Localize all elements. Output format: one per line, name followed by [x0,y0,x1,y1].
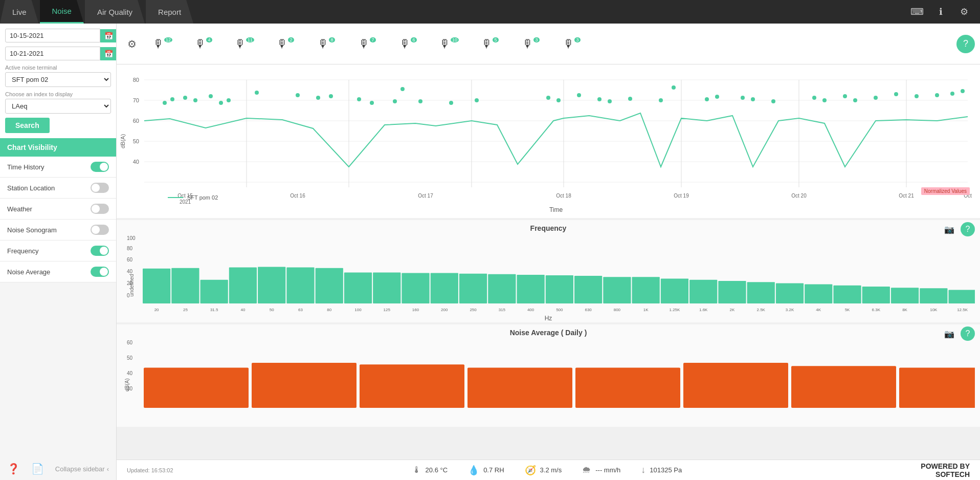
normalized-badge: Normalized Values [921,187,970,195]
svg-point-49 [771,99,775,103]
sidebar-help-icon[interactable]: ❓ [7,463,20,475]
tab-airquality[interactable]: Air Quality [85,0,145,24]
station-row: ⚙ 🎙12 🎙4 🎙11 🎙2 [117,24,980,64]
tab-noise[interactable]: Noise [40,0,84,24]
svg-rect-70 [143,269,170,303]
search-button[interactable]: Search [5,118,50,133]
station-help-button[interactable]: ? [956,35,975,53]
settings-icon[interactable]: ⚙ [956,4,972,19]
station-item-12[interactable]: 🎙12 [142,35,183,53]
keyboard-icon[interactable]: ⌨ [909,4,925,19]
station-item-3b[interactable]: 🎙3 [551,35,592,53]
svg-text:2K: 2K [730,308,735,312]
terminal-select[interactable]: SFT pom 02 [5,72,111,87]
svg-rect-106 [661,279,688,303]
tab-report[interactable]: Report [146,0,193,24]
freq-help-icon[interactable]: ? [961,222,975,236]
station-item-3a[interactable]: 🎙3 [510,35,551,53]
svg-rect-118 [833,286,861,303]
freq-y-80: 80 [127,246,132,251]
toggle-station-location[interactable] [91,183,109,193]
svg-text:12.5K: 12.5K [957,308,968,312]
svg-rect-96 [517,275,544,303]
frequency-title: Frequency [117,220,980,234]
index-select[interactable]: LAeq [5,99,111,114]
noise-avg-icons-row: 📷 ? [942,326,975,341]
svg-text:50: 50 [133,138,139,144]
toggle-weather[interactable] [91,204,109,214]
svg-rect-137 [899,367,975,408]
tab-live[interactable]: Live [0,0,39,24]
svg-point-38 [556,98,561,102]
toggle-noise-sonogram[interactable] [91,225,109,235]
svg-rect-132 [360,364,464,408]
svg-rect-120 [862,287,890,303]
date-start-row: 📅 [5,29,111,42]
collapse-sidebar-button[interactable]: Collapse sidebar ‹ [55,465,109,473]
svg-point-50 [812,96,816,100]
svg-rect-130 [144,367,249,408]
svg-point-57 [935,93,939,97]
noise-avg-camera-icon[interactable]: 📷 [942,326,956,341]
station-item-10[interactable]: 🎙10 [429,35,470,53]
station-item-4[interactable]: 🎙4 [183,35,224,53]
svg-rect-134 [575,367,680,408]
svg-text:200: 200 [441,308,448,312]
svg-rect-84 [344,273,372,304]
svg-text:8K: 8K [902,308,907,312]
svg-point-43 [659,98,663,102]
pdf-icon[interactable]: 📄 [31,463,44,475]
svg-text:80: 80 [327,308,331,312]
svg-text:80: 80 [133,77,139,83]
svg-point-56 [915,94,919,98]
svg-text:6.3K: 6.3K [872,308,881,312]
toggle-frequency[interactable] [91,246,109,256]
microphone-icon-4: 🎙4 [195,37,212,51]
noise-avg-help-icon[interactable]: ? [961,326,975,341]
toggle-row-time-history: Time History [0,157,116,178]
toggle-noise-average[interactable] [91,267,109,277]
noise-avg-y-40: 40 [127,370,132,376]
info-icon[interactable]: ℹ [933,4,948,19]
svg-point-35 [449,101,453,105]
pressure-icon: ↓ [641,465,645,475]
toggle-label-noise-average: Noise Average [7,268,50,276]
toggle-row-station-location: Station Location [0,178,116,199]
date-start-picker[interactable]: 📅 [100,29,117,42]
svg-point-59 [961,89,965,93]
station-settings-icon[interactable]: ⚙ [122,34,142,54]
svg-text:40: 40 [133,159,139,165]
svg-point-29 [329,94,333,98]
station-item-7[interactable]: 🎙7 [347,35,388,53]
humidity-item: 💧 0.7 RH [468,465,504,476]
toggle-label-weather: Weather [7,205,32,213]
date-start-input[interactable] [5,29,100,42]
station-item-6[interactable]: 🎙6 [388,35,429,53]
svg-point-26 [255,91,259,95]
temperature-value: 20.6 °C [426,466,448,474]
svg-rect-74 [201,280,228,303]
date-end-picker[interactable]: 📅 [100,47,117,60]
toggle-time-history[interactable] [91,162,109,172]
powered-by-label: POWERED BY [921,462,970,470]
noise-avg-y-50: 50 [127,355,132,361]
svg-text:1.6K: 1.6K [699,308,708,312]
svg-rect-131 [252,363,357,408]
time-history-chart: 80 70 60 50 40 dB(A) [117,64,980,218]
station-item-5[interactable]: 🎙5 [470,35,510,53]
svg-rect-98 [546,275,573,303]
noise-avg-title: Noise Average ( Daily ) [117,324,980,339]
svg-rect-116 [805,285,832,303]
station-item-2[interactable]: 🎙2 [265,35,306,53]
svg-rect-108 [689,280,717,303]
svg-rect-86 [373,273,400,304]
station-item-11[interactable]: 🎙11 [224,35,265,53]
date-end-input[interactable] [5,47,100,60]
svg-point-47 [741,96,745,100]
updated-text: Updated: 16:53:02 [127,467,173,473]
svg-text:125: 125 [384,308,391,312]
svg-rect-110 [718,281,746,303]
sidebar: 📅 📅 Active noise terminal SFT pom 02 Cho… [0,24,117,480]
station-item-8[interactable]: 🎙8 [306,35,347,53]
freq-camera-icon[interactable]: 📷 [942,222,956,236]
